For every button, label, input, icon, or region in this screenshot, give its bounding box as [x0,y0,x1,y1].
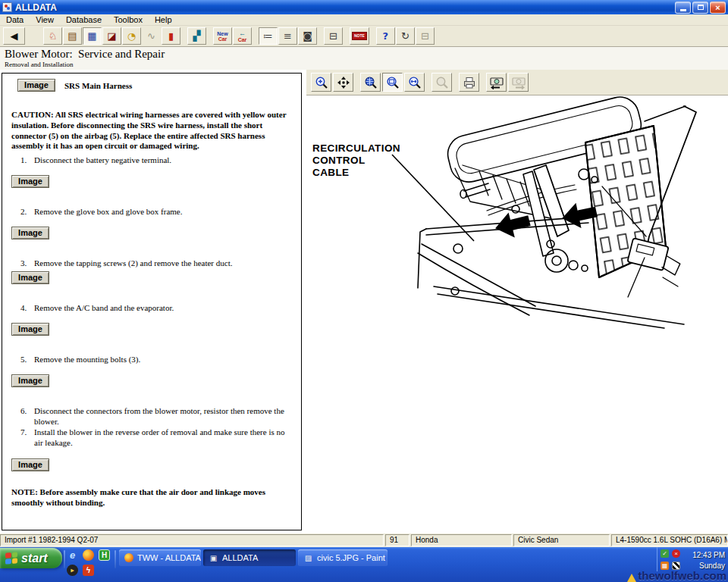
book-button[interactable]: ▮ [162,27,180,45]
task-paint-window[interactable]: ▨ civic 5.JPG - Paint [298,549,388,566]
toolbox-button[interactable]: ▤ [63,27,82,45]
media-player-icon[interactable]: ▸ [67,565,78,576]
firefox-icon[interactable] [83,549,94,561]
print-image-button[interactable] [459,73,479,92]
camera-icon: ◙ [303,31,312,41]
note-button[interactable]: NOTE [350,27,369,45]
previous-image-icon [489,76,504,89]
menu-database[interactable]: Database [60,14,108,26]
status-bar: Import #1 1982-1994 Q2-07 91 Honda Civic… [0,534,728,547]
step-4: 4.Remove the A/C band and the evaporator… [11,303,292,314]
print-button[interactable]: ⊟ [324,27,343,45]
windows-flag-icon [5,552,17,564]
status-model: Civic Sedan [513,534,610,546]
hamachi-icon[interactable]: H [99,549,110,561]
start-button[interactable]: start [0,548,62,568]
image-button[interactable]: Image [11,227,49,239]
note-icon: NOTE [352,32,367,40]
title-bar: ALLDATA × [0,0,728,14]
diagram-label-line-2: CONTROL [312,155,366,166]
restore-button[interactable] [692,2,708,14]
zoom-width-button[interactable] [404,73,425,92]
car-back-icon: ← Car [238,30,247,42]
tv-icon: ◪ [107,31,116,41]
pan-button[interactable] [333,73,353,92]
tray-shield-icon[interactable]: × [672,549,680,558]
step-7: 7.Install the blower in the reverse orde… [11,427,292,449]
new-car-icon: New Car [217,31,228,42]
print-preview-icon: ⊟ [421,31,429,41]
clock[interactable]: 12:43 PM Sunday [683,549,725,571]
image-button[interactable]: Image [11,175,49,188]
back-button[interactable]: ◀ [3,27,25,45]
image-panel: RECIRCULATION CONTROL CABLE [306,70,728,534]
next-image-button[interactable] [508,73,529,92]
reminder-button[interactable]: ◔ [122,27,141,45]
status-make: Honda [411,534,512,546]
list-view-button[interactable]: ≔ [259,27,278,45]
next-image-disabled-icon [511,76,526,89]
alldata-window-icon: ▣ [209,553,218,563]
menu-view[interactable]: View [30,14,60,26]
image-button[interactable]: Image [11,458,49,471]
task-firefox-window[interactable]: TWW - ALLDATA, RE... [119,549,201,566]
blower-assembly-illustration: RECIRCULATION CONTROL CABLE [306,95,728,533]
zoom-actual-button[interactable] [360,73,381,92]
tsb-button[interactable]: ◪ [102,27,121,45]
task-alldata-window[interactable]: ▣ ALLDATA [203,549,296,566]
image-button[interactable]: Image [11,323,49,336]
refresh-button[interactable]: ↻ [396,27,415,45]
minimize-button[interactable] [675,2,691,14]
taskbar: start e H ▸ ϟ TWW - ALLDATA, RE... ▣ ALL… [0,547,728,582]
browse-button[interactable]: ∿ [142,27,161,45]
zoom-in-icon [315,76,328,89]
new-car-button[interactable]: New Car [213,27,232,45]
zoom-width-icon [408,76,422,89]
diagram-area[interactable]: RECIRCULATION CONTROL CABLE [306,95,728,533]
paint-tool-button[interactable]: ▞ [187,27,206,45]
firefox-icon [124,553,133,562]
pan-icon [337,76,350,89]
printer-icon [463,76,476,89]
image-view-button[interactable]: ◙ [298,27,317,45]
system-tray: ✓ × ▦ 12:43 PM Sunday [657,547,728,571]
close-button[interactable]: × [710,2,726,14]
help-button[interactable]: ? [376,27,395,45]
print-preview-button[interactable]: ⊟ [416,27,435,45]
repair-computer-button[interactable]: ▦ [83,27,102,45]
menu-help[interactable]: Help [149,14,178,26]
text-view-button[interactable]: ≡ [278,27,297,45]
bell-icon: ◔ [127,31,136,41]
note-text: NOTE: Before assembly make cure that the… [11,487,292,508]
status-import: Import #1 1982-1994 Q2-07 [0,534,384,546]
image-button[interactable]: Image [17,79,55,92]
menu-toolbox[interactable]: Toolbox [108,14,149,26]
diagram-label-line-3: CABLE [312,167,350,178]
back-arrow-icon: ◀ [11,31,18,41]
image-button[interactable]: Image [11,271,49,284]
page-title: Blower Motor: Service and Repair [5,48,723,61]
paint-window-icon: ▨ [303,553,313,563]
image-button[interactable]: Image [11,374,49,387]
app-icon [2,2,12,12]
diagram-label-line-1: RECIRCULATION [312,142,400,154]
zoom-select-button[interactable] [431,73,452,92]
winamp-icon[interactable]: ϟ [83,565,94,576]
msn-swoosh-icon[interactable]: e [67,549,78,561]
previous-image-button[interactable] [486,73,507,92]
tray-status-icon[interactable]: ✓ [661,549,669,558]
clock-time: 12:43 PM [683,550,725,561]
zoom-in-button[interactable] [311,73,331,92]
status-engine: L4-1590cc 1.6L SOHC (D16A6) MFI [611,534,728,546]
alldata-logo-button[interactable]: ♘ [43,27,62,45]
car-back-button[interactable]: ← Car [233,27,252,45]
procedure-panel[interactable]: Image SRS Main Harness CAUTION: All SRS … [2,73,302,530]
main-area: Image SRS Main Harness CAUTION: All SRS … [0,70,728,534]
menu-data[interactable]: Data [0,14,30,26]
zoom-fit-button[interactable] [382,73,403,92]
start-label: start [21,552,48,565]
zoom-select-disabled-icon [435,76,449,89]
document-header: Blower Motor: Service and Repair Removal… [0,47,728,70]
status-year: 91 [385,534,410,546]
step-3: 3.Remove the tapping screws (2) and remo… [11,258,292,269]
